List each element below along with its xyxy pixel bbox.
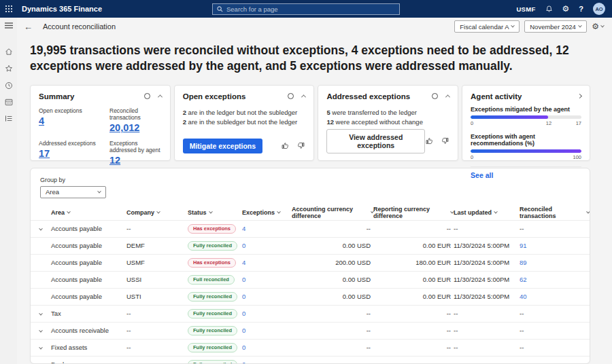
collapse-chevron-icon[interactable]	[158, 94, 163, 99]
col-header-last-updated[interactable]: Last updated	[454, 209, 520, 216]
cell-company: --	[126, 310, 188, 317]
mitigate-exceptions-button[interactable]: Mitigate exceptions	[183, 139, 262, 153]
table-row[interactable]: Tax -- Fully reconciled 0 -- -- -- --	[31, 305, 590, 322]
status-badge: Fully reconciled	[188, 326, 237, 335]
cell-exceptions-link[interactable]: 4	[242, 225, 292, 232]
divider	[471, 166, 581, 167]
metric-addressed-exceptions: Addressed exceptions 17	[39, 140, 109, 166]
settings-gear-icon[interactable]: ⚙	[562, 5, 570, 13]
cell-reconciled-link[interactable]: 91	[520, 242, 590, 249]
cell-reporting-diff: --	[373, 225, 454, 232]
cell-status: Fully reconciled	[188, 343, 242, 352]
user-avatar[interactable]: AO	[593, 3, 605, 15]
table-row[interactable]: Fixed assets -- Fully reconciled 0 -- --…	[31, 339, 590, 356]
cell-exceptions-link[interactable]: 0	[242, 276, 292, 283]
row-expand-chevron-icon[interactable]	[39, 363, 43, 364]
global-search[interactable]	[212, 3, 400, 15]
thumbs-up-icon[interactable]	[425, 136, 434, 145]
bar-scale: 0 100	[471, 154, 581, 162]
home-icon[interactable]	[5, 48, 13, 56]
page-settings-gear-icon[interactable]: ⚙	[592, 22, 604, 31]
cell-exceptions-link[interactable]: 0	[242, 293, 292, 300]
company-picker[interactable]: USMF	[516, 5, 535, 13]
workspaces-icon[interactable]	[5, 98, 13, 106]
group-by-select[interactable]: Area	[40, 186, 106, 198]
metric-value-link[interactable]: 4	[39, 115, 44, 126]
view-addressed-exceptions-button[interactable]: View addressed exceptions	[326, 129, 425, 153]
cell-reconciled-link[interactable]: 89	[520, 259, 590, 266]
metric-value-link[interactable]: 12	[109, 155, 120, 166]
cell-exceptions-link[interactable]: 0	[242, 344, 292, 351]
see-all-link[interactable]: See all	[471, 171, 493, 179]
cell-exceptions-link[interactable]: 0	[242, 327, 292, 334]
recent-clock-icon[interactable]	[5, 81, 13, 90]
status-badge: Has exceptions	[188, 258, 236, 268]
col-header-company[interactable]: Company	[126, 209, 188, 216]
refresh-status-icon[interactable]	[144, 93, 150, 99]
back-arrow-icon[interactable]: ←	[24, 22, 33, 31]
cell-exceptions-link[interactable]: 0	[242, 242, 292, 249]
cell-status: Has exceptions	[188, 258, 242, 268]
bar-scale: 0 12 17	[471, 120, 581, 128]
period-dropdown[interactable]: November 2024	[524, 20, 587, 33]
bar-label: Exceptions mitigated by the agent	[471, 106, 581, 113]
thumbs-down-icon[interactable]	[441, 136, 449, 145]
col-header-accounting-diff[interactable]: Accounting currency difference	[292, 206, 373, 219]
metric-value-link[interactable]: 17	[39, 148, 50, 159]
table-row[interactable]: Bank -- Fully reconciled 0 -- -- -- --	[31, 356, 590, 364]
notifications-bell-icon[interactable]	[545, 5, 553, 13]
table-row[interactable]: Accounts payable USMF Has exceptions 4 2…	[31, 254, 590, 271]
sort-chevron-icon	[156, 210, 160, 214]
metric-value-link[interactable]: 20,012	[109, 122, 139, 133]
table-row[interactable]: Accounts payable USTI Fully reconciled 0…	[31, 288, 590, 305]
favorites-star-icon[interactable]	[5, 65, 13, 73]
cell-exceptions-link[interactable]: 0	[242, 361, 292, 364]
collapse-chevron-icon[interactable]	[301, 94, 306, 99]
col-header-reconciled[interactable]: Reconciled transactions	[520, 206, 590, 219]
cell-reconciled-link[interactable]: 62	[520, 276, 590, 283]
card-title: Summary	[39, 92, 74, 101]
open-exceptions-summary: 2 are in the ledger but not the subledge…	[183, 108, 306, 128]
col-header-status[interactable]: Status	[188, 209, 242, 216]
cell-exceptions-link[interactable]: 4	[242, 259, 292, 266]
table-row[interactable]: Accounts payable DEMF Fully reconciled 0…	[31, 237, 590, 254]
cell-exceptions-link[interactable]: 0	[242, 310, 292, 317]
status-badge: Has exceptions	[188, 224, 236, 234]
chevron-down-icon	[578, 24, 582, 28]
cell-reconciled: --	[520, 327, 590, 334]
table-row[interactable]: Accounts receivable -- Fully reconciled …	[31, 322, 590, 339]
row-expand-chevron-icon[interactable]	[39, 227, 43, 231]
row-expand-chevron-icon[interactable]	[39, 329, 43, 333]
table-row[interactable]: Accounts payable USSI Full reconciled 0 …	[31, 271, 590, 288]
row-expand-chevron-icon[interactable]	[39, 346, 43, 350]
sort-chevron-icon	[67, 210, 71, 214]
hamburger-menu-icon[interactable]	[5, 22, 13, 29]
cell-reconciled-link[interactable]: 40	[520, 293, 590, 300]
bar-label: Exceptions with agent recommendations (%…	[471, 133, 581, 147]
app-launcher-icon[interactable]	[0, 0, 18, 18]
thumbs-up-icon[interactable]	[281, 141, 290, 150]
thumbs-down-icon[interactable]	[296, 141, 305, 150]
table-header-row: Area Company Status Exceptions Accountin…	[31, 206, 590, 220]
metric-exceptions-by-agent: Exceptions addressed by agent 12	[109, 140, 162, 166]
col-header-exceptions[interactable]: Exceptions	[242, 209, 292, 216]
col-header-area[interactable]: Area	[51, 209, 126, 216]
help-icon[interactable]: ?	[579, 5, 583, 13]
cell-accounting-diff: 200.00 USD	[292, 259, 373, 266]
cell-reporting-diff: 0.00 EUR	[373, 293, 454, 300]
sort-chevron-icon	[494, 210, 498, 214]
fiscal-calendar-dropdown[interactable]: Fiscal calendar A	[454, 20, 520, 33]
refresh-status-icon[interactable]	[288, 93, 294, 99]
chevron-right-icon[interactable]	[577, 94, 582, 98]
search-input[interactable]	[226, 5, 395, 13]
app-title[interactable]: Dynamics 365 Finance	[22, 5, 102, 13]
cell-company: USSI	[126, 276, 188, 283]
row-expand-chevron-icon[interactable]	[39, 312, 43, 316]
refresh-status-icon[interactable]	[432, 93, 438, 99]
col-header-reporting-diff[interactable]: Reporting currency difference	[373, 206, 454, 219]
table-row[interactable]: Accounts payable -- Has exceptions 4 -- …	[31, 220, 590, 237]
modules-list-icon[interactable]	[5, 115, 13, 122]
top-app-bar: Dynamics 365 Finance USMF ⚙ ? AO	[0, 0, 612, 18]
chevron-down-icon	[97, 189, 101, 193]
collapse-chevron-icon[interactable]	[445, 94, 450, 99]
